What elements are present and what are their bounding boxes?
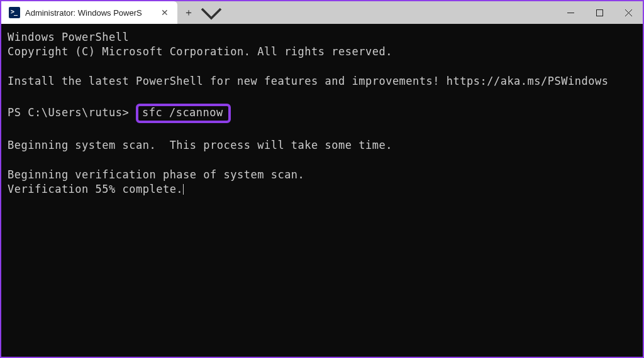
terminal-output[interactable]: Windows PowerShell Copyright (C) Microso…: [1, 24, 643, 202]
output-line: Beginning system scan. This process will…: [8, 139, 392, 151]
output-line: Beginning verification phase of system s…: [8, 168, 304, 181]
chevron-down-icon: [200, 1, 223, 24]
maximize-icon: [596, 9, 603, 16]
tab-close-button[interactable]: ✕: [158, 6, 171, 19]
window-controls: [556, 1, 643, 24]
close-button[interactable]: [614, 1, 643, 24]
minimize-icon: [567, 9, 574, 16]
titlebar: Administrator: Windows PowerS ✕ ＋: [1, 1, 643, 24]
output-line: Windows PowerShell: [8, 31, 129, 43]
maximize-button[interactable]: [585, 1, 614, 24]
close-icon: [625, 9, 632, 16]
prompt-text: PS C:\Users\rutus>: [8, 106, 136, 119]
powershell-icon: [9, 7, 20, 18]
output-line: Install the latest PowerShell for new fe…: [8, 75, 608, 87]
active-tab[interactable]: Administrator: Windows PowerS ✕: [1, 1, 177, 24]
command-text: sfc /scannow: [142, 106, 223, 119]
highlighted-command: sfc /scannow: [136, 104, 231, 123]
svg-rect-1: [596, 9, 602, 16]
titlebar-left: Administrator: Windows PowerS ✕ ＋: [1, 1, 223, 24]
tab-title: Administrator: Windows PowerS: [25, 8, 153, 18]
new-tab-button[interactable]: ＋: [177, 1, 200, 24]
tab-dropdown-button[interactable]: [200, 1, 223, 24]
minimize-button[interactable]: [556, 1, 585, 24]
text-cursor: [183, 184, 184, 195]
output-line: Copyright (C) Microsoft Corporation. All…: [8, 45, 392, 58]
output-line: Verification 55% complete.: [8, 183, 183, 195]
